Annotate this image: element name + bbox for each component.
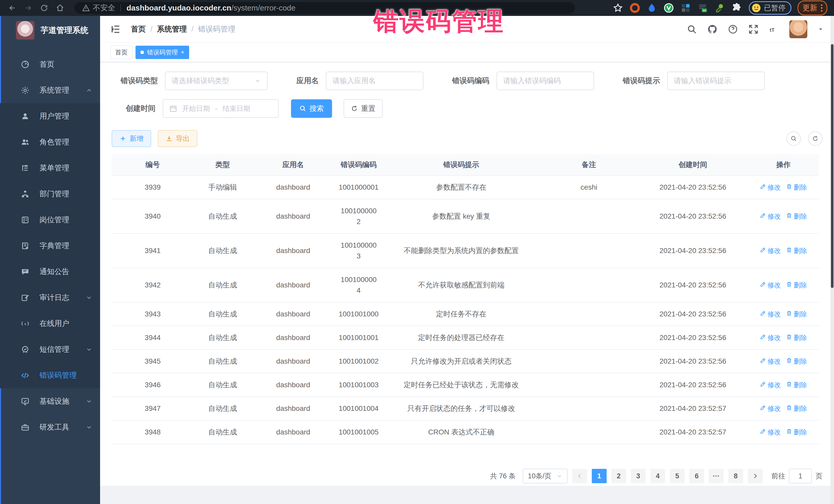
delete-link[interactable]: 删除: [786, 280, 807, 290]
delete-link[interactable]: 删除: [786, 245, 807, 256]
edit-link[interactable]: 修改: [760, 356, 781, 367]
profile-paused-chip[interactable]: 已暂停: [749, 1, 791, 15]
delete-link[interactable]: 删除: [786, 379, 807, 390]
home-icon[interactable]: [54, 2, 66, 14]
sidebar-item-infra[interactable]: 基础设施: [0, 388, 100, 414]
avatar-caret-icon[interactable]: [817, 26, 824, 32]
fullscreen-icon[interactable]: [748, 24, 759, 35]
edit-link[interactable]: 修改: [760, 280, 781, 290]
export-button[interactable]: 导出: [158, 130, 197, 147]
update-browser-button[interactable]: 更新: [797, 1, 827, 15]
forward-icon[interactable]: [23, 2, 34, 14]
sidebar-item-system[interactable]: 系统管理: [0, 77, 100, 103]
delete-link[interactable]: 删除: [786, 403, 807, 414]
app-logo-row[interactable]: 芋道管理系统: [0, 16, 100, 45]
breadcrumb-home[interactable]: 首页: [131, 24, 146, 35]
sidebar-item-role[interactable]: 角色管理: [0, 129, 100, 155]
extension-grid-icon[interactable]: [681, 3, 691, 13]
page-button-3[interactable]: 3: [631, 469, 646, 483]
column-header: 错误码提示: [382, 154, 540, 176]
delete-link[interactable]: 删除: [786, 211, 807, 222]
bookmark-star-icon[interactable]: [613, 3, 623, 13]
page-button-8[interactable]: 8: [728, 469, 743, 483]
browser-menu-icon[interactable]: [821, 4, 822, 12]
edit-link[interactable]: 修改: [760, 245, 781, 256]
edit-link[interactable]: 修改: [760, 332, 781, 343]
sidebar-item-sms[interactable]: 短信管理: [0, 336, 100, 363]
edit-link[interactable]: 修改: [760, 427, 781, 438]
delete-link[interactable]: 删除: [786, 182, 807, 193]
edit-link[interactable]: 修改: [760, 211, 781, 222]
page-size-select[interactable]: 10条/页: [523, 468, 568, 483]
start-date-placeholder: 开始日期: [182, 104, 210, 113]
reset-button[interactable]: 重置: [344, 99, 382, 118]
scrollbar-thumb[interactable]: [831, 44, 833, 288]
cell-app: dashboard: [251, 176, 335, 199]
edit-link[interactable]: 修改: [760, 182, 781, 193]
extension-drop-icon[interactable]: [647, 3, 657, 13]
github-icon[interactable]: [707, 24, 718, 35]
delete-link[interactable]: 删除: [786, 332, 807, 343]
error-msg-input[interactable]: [667, 72, 765, 90]
page-button-2[interactable]: 2: [611, 469, 626, 483]
extension-ubuntu-icon[interactable]: [630, 3, 640, 13]
delete-link[interactable]: 删除: [786, 309, 807, 320]
help-icon[interactable]: [728, 24, 738, 35]
badge-icon: [20, 216, 30, 224]
sidebar-item-home[interactable]: 首页: [0, 51, 100, 77]
sidebar-item-dept[interactable]: 部门管理: [0, 181, 100, 207]
page-button-4[interactable]: 4: [650, 469, 665, 483]
table-header-row: 编号类型应用名错误码编码错误码提示备注创建时间操作: [112, 154, 819, 176]
close-tab-icon[interactable]: ×: [181, 49, 184, 56]
delete-link[interactable]: 删除: [786, 356, 807, 367]
page-button-5[interactable]: 5: [670, 469, 685, 483]
sidebar-item-dict[interactable]: 字典管理: [0, 233, 100, 259]
next-page-button[interactable]: [748, 469, 763, 483]
scrollbar-track[interactable]: [830, 16, 834, 504]
edit-link[interactable]: 修改: [760, 309, 781, 320]
sidebar-item-user[interactable]: 用户管理: [0, 103, 100, 129]
extensions-puzzle-icon[interactable]: [731, 3, 742, 13]
extension-tabs-on-icon[interactable]: on: [698, 3, 708, 13]
cell-msg: 只有开启状态的任务，才可以修改: [382, 397, 540, 420]
create-time-range-picker[interactable]: 开始日期 - 结束日期: [163, 99, 279, 118]
cell-code: 1001001000: [335, 302, 382, 326]
hamburger-icon[interactable]: [110, 24, 121, 35]
extension-v-icon[interactable]: [664, 3, 674, 13]
page-button-1[interactable]: 1: [592, 469, 607, 483]
extension-key-icon[interactable]: [715, 3, 725, 13]
edit-link[interactable]: 修改: [760, 403, 781, 414]
sidebar-item-notice[interactable]: 通知公告: [0, 259, 100, 285]
more-pages-button[interactable]: ···: [709, 469, 724, 483]
sidebar-item-menu[interactable]: 菜单管理: [0, 155, 100, 181]
app-name-input[interactable]: [326, 72, 423, 90]
font-size-icon[interactable]: tT: [769, 24, 779, 35]
back-icon[interactable]: [7, 2, 18, 14]
reload-icon[interactable]: [39, 2, 50, 14]
user-avatar[interactable]: [789, 20, 807, 38]
tab-error-code[interactable]: 错误码管理 ×: [135, 46, 189, 59]
tab-home[interactable]: 首页: [110, 46, 132, 59]
refresh-table-button[interactable]: [808, 131, 822, 146]
error-code-input[interactable]: [497, 72, 594, 90]
sidebar-item-online[interactable]: a在线用户: [0, 310, 100, 336]
header-search-icon[interactable]: [687, 24, 697, 35]
delete-link[interactable]: 删除: [786, 427, 807, 438]
cell-id: 3946: [112, 373, 194, 397]
prev-page-button[interactable]: [572, 469, 587, 483]
search-button[interactable]: 搜索: [291, 99, 332, 118]
sidebar-item-devtool[interactable]: 研发工具: [0, 414, 100, 440]
error-type-select[interactable]: 请选择错误码类型: [165, 72, 268, 90]
goto-page-input[interactable]: [789, 468, 812, 483]
audit-icon: [20, 293, 30, 302]
breadcrumb-system[interactable]: 系统管理: [157, 24, 187, 35]
page-button-6[interactable]: 6: [689, 469, 704, 483]
toggle-search-button[interactable]: [787, 131, 801, 146]
sidebar-item-errcode[interactable]: 错误码管理: [0, 363, 100, 388]
sidebar-item-post[interactable]: 岗位管理: [0, 207, 100, 233]
cell-time: 2021-04-20 23:52:56: [638, 326, 748, 350]
edit-link[interactable]: 修改: [760, 379, 781, 390]
sidebar-item-audit[interactable]: 审计日志: [0, 285, 100, 310]
add-button[interactable]: 新增: [112, 130, 151, 147]
security-label[interactable]: 不安全: [93, 3, 115, 13]
